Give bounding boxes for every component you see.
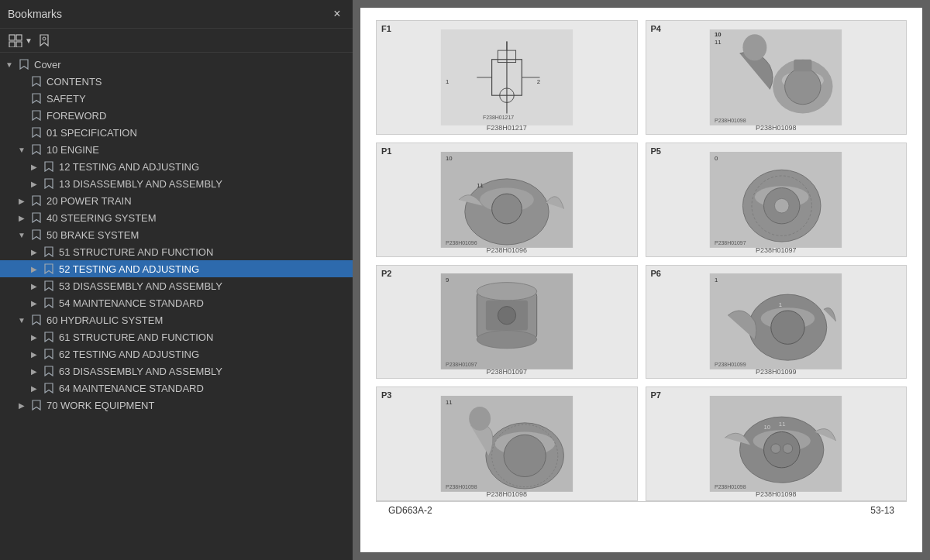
tree-label-foreword: FOREWORD <box>45 110 350 122</box>
expand-arrow <box>28 280 40 292</box>
tree-item-brake[interactable]: 50 BRAKE SYSTEM <box>0 226 353 243</box>
doc-footer: GD663A-2 53-13 <box>376 501 907 519</box>
svg-rect-1 <box>16 35 22 40</box>
image-placeholder-p4: P238H01098 10 11 <box>659 29 893 125</box>
image-caption-p2: P238H01097 <box>486 368 527 376</box>
tree-item-hydraulic[interactable]: 60 HYDRAULIC SYSTEM <box>0 311 353 328</box>
expand-arrow <box>16 211 28 224</box>
page-container: F1 1 2 F238H01217 F238H01217P4 P238H0109… <box>360 8 922 552</box>
svg-text:P238H01097: P238H01097 <box>446 362 477 367</box>
tree-label-63-disassembly: 63 DISASSEMBLY AND ASSEMBLY <box>57 366 350 377</box>
expand-arrow <box>3 58 16 70</box>
tree-item-12-testing[interactable]: 12 TESTING AND ADJUSTING <box>0 158 353 175</box>
tree-label-12-testing: 12 TESTING AND ADJUSTING <box>57 161 350 173</box>
expand-arrow <box>28 160 40 173</box>
bookmark-icon <box>30 75 43 88</box>
bookmark-icon <box>43 348 55 360</box>
svg-point-36 <box>775 198 790 213</box>
tree-item-13-disassembly[interactable]: 13 DISASSEMBLY AND ASSEMBLY <box>0 175 353 192</box>
tree-item-work-equip[interactable]: 70 WORK EQUIPMENT <box>0 397 353 414</box>
tree-item-safety[interactable]: SAFETY <box>0 90 353 107</box>
tree-item-53-disassembly[interactable]: 53 DISASSEMBLY AND ASSEMBLY <box>0 277 353 294</box>
tree-item-spec[interactable]: 01 SPECIFICATION <box>0 124 353 141</box>
svg-point-68 <box>784 444 793 453</box>
tree-label-contents: CONTENTS <box>45 76 350 88</box>
svg-point-45 <box>498 307 515 325</box>
tree-label-54-maintenance: 54 MAINTENANCE STANDARD <box>57 297 350 309</box>
bookmark-icon <box>43 263 55 275</box>
image-placeholder-p7: P238H01098 10 11 <box>659 396 893 492</box>
bookmark-icon <box>18 58 30 70</box>
svg-rect-2 <box>9 42 15 47</box>
image-grid: F1 1 2 F238H01217 F238H01217P4 P238H0109… <box>376 20 907 501</box>
svg-text:2: 2 <box>536 78 539 85</box>
bookmark-icon <box>43 177 55 190</box>
tree-item-power-train[interactable]: 20 POWER TRAIN <box>0 192 353 209</box>
svg-text:P238H01099: P238H01099 <box>715 362 746 367</box>
bookmark-icon <box>43 382 55 394</box>
bookmark-icon <box>30 228 43 241</box>
image-caption-p4: P238H01098 <box>756 124 797 132</box>
tree-label-53-disassembly: 53 DISASSEMBLY AND ASSEMBLY <box>57 280 350 292</box>
expand-arrow <box>16 399 28 411</box>
tree-item-engine[interactable]: 10 ENGINE <box>0 141 353 158</box>
image-caption-p1: P238H01096 <box>486 246 527 254</box>
expand-all-button[interactable]: ▼ <box>8 33 33 47</box>
tree-label-brake: 50 BRAKE SYSTEM <box>45 229 350 241</box>
expand-arrow <box>28 382 40 394</box>
tree-item-54-maintenance[interactable]: 54 MAINTENANCE STANDARD <box>0 294 353 311</box>
svg-point-58 <box>504 435 546 477</box>
bookmarks-panel: Bookmarks × ▼ CoverCONTENTSSAFETYFOREWOR… <box>0 0 353 560</box>
bookmark-jump-button[interactable] <box>37 33 51 47</box>
svg-point-28 <box>491 194 522 224</box>
tree-label-13-disassembly: 13 DISASSEMBLY AND ASSEMBLY <box>57 178 350 190</box>
tree-label-64-maintenance: 64 MAINTENANCE STANDARD <box>57 383 350 394</box>
tree-item-steering[interactable]: 40 STEERING SYSTEM <box>0 209 353 226</box>
svg-text:11: 11 <box>477 182 484 189</box>
tree-item-62-testing[interactable]: 62 TESTING AND ADJUSTING <box>0 345 353 362</box>
bookmark-icon <box>43 160 55 173</box>
svg-text:1: 1 <box>446 78 449 85</box>
image-caption-p6: P238H01099 <box>756 368 797 376</box>
image-cell-p2: P2 P238H01097 9 P238H01097 <box>376 265 638 380</box>
expand-arrow <box>16 314 28 326</box>
svg-text:P238H01098: P238H01098 <box>715 118 746 123</box>
svg-point-60 <box>469 407 491 431</box>
tree-item-64-maintenance[interactable]: 64 MAINTENANCE STANDARD <box>0 380 353 397</box>
image-label-p1: P1 <box>381 146 391 156</box>
image-cell-p4: P4 P238H01098 10 11 P238H01098 <box>646 20 908 135</box>
svg-text:1: 1 <box>715 277 718 283</box>
tree-item-cover[interactable]: Cover <box>0 56 353 73</box>
image-placeholder-p1: P238H01096 10 11 <box>390 152 624 248</box>
bookmark-icon <box>30 143 43 156</box>
svg-text:P238H01098: P238H01098 <box>715 484 746 490</box>
bookmark-icon <box>43 246 55 258</box>
close-button[interactable]: × <box>329 6 345 22</box>
tree-item-52-testing[interactable]: 52 TESTING AND ADJUSTING <box>0 260 353 277</box>
bookmark-icon <box>30 399 43 411</box>
svg-text:0: 0 <box>715 155 718 162</box>
svg-point-66 <box>764 432 800 468</box>
expand-arrow <box>16 228 28 241</box>
tree-item-foreword[interactable]: FOREWORD <box>0 107 353 124</box>
bookmark-icon <box>43 365 55 377</box>
bookmark-icon <box>43 297 55 309</box>
svg-text:P238H01098: P238H01098 <box>446 484 477 490</box>
tree-label-spec: 01 SPECIFICATION <box>45 127 350 139</box>
tree-item-51-structure[interactable]: 51 STRUCTURE AND FUNCTION <box>0 243 353 260</box>
image-placeholder-p2: P238H01097 9 <box>390 273 624 369</box>
image-placeholder-p3: P238H01098 11 <box>390 396 624 492</box>
tree-item-61-structure[interactable]: 61 STRUCTURE AND FUNCTION <box>0 328 353 345</box>
document-content: F1 1 2 F238H01217 F238H01217P4 P238H0109… <box>353 0 930 560</box>
image-label-p2: P2 <box>381 269 391 278</box>
svg-point-4 <box>43 37 46 40</box>
image-cell-p1: P1 P238H01096 10 11 P238H01096 <box>376 143 638 257</box>
expand-arrow <box>28 331 40 343</box>
expand-arrow <box>16 143 28 156</box>
svg-text:F238H01217: F238H01217 <box>483 115 514 120</box>
doc-id-label: GD663A-2 <box>388 505 432 516</box>
tree-label-62-testing: 62 TESTING AND ADJUSTING <box>57 349 350 360</box>
tree-item-contents[interactable]: CONTENTS <box>0 73 353 90</box>
svg-point-42 <box>477 283 536 301</box>
tree-item-63-disassembly[interactable]: 63 DISASSEMBLY AND ASSEMBLY <box>0 362 353 380</box>
